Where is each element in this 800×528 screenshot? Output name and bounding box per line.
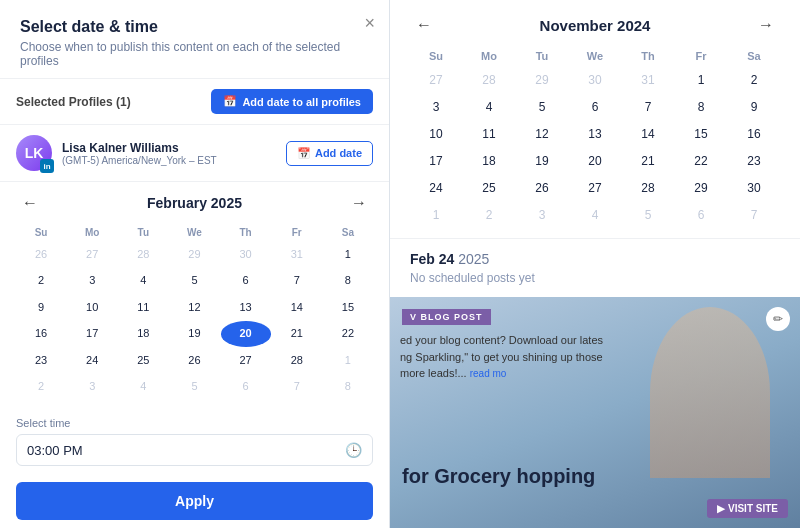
cal-day[interactable]: 1 — [323, 242, 373, 267]
nov-cal-day[interactable]: 5 — [622, 202, 674, 228]
cal-day[interactable]: 9 — [16, 295, 66, 320]
nov-cal-day[interactable]: 1 — [410, 202, 462, 228]
nov-cal-day[interactable]: 30 — [728, 175, 780, 201]
cal-day[interactable]: 8 — [323, 374, 373, 399]
clock-icon: 🕒 — [345, 442, 362, 458]
cal-day[interactable]: 19 — [169, 321, 219, 346]
cal-day[interactable]: 1 — [323, 348, 373, 373]
cal-day[interactable]: 29 — [169, 242, 219, 267]
cal-day[interactable]: 31 — [272, 242, 322, 267]
nov-cal-day[interactable]: 28 — [622, 175, 674, 201]
cal-day[interactable]: 5 — [169, 268, 219, 293]
edit-icon[interactable]: ✏ — [766, 307, 790, 331]
add-date-all-button[interactable]: 📅 Add date to all profiles — [211, 89, 373, 114]
cal-day[interactable]: 3 — [67, 374, 117, 399]
cal-day[interactable]: 6 — [221, 268, 271, 293]
prev-month-button[interactable]: ← — [16, 192, 44, 214]
cal-day[interactable]: 7 — [272, 374, 322, 399]
nov-cal-day[interactable]: 30 — [569, 67, 621, 93]
cal-day[interactable]: 15 — [323, 295, 373, 320]
cal-day[interactable]: 18 — [118, 321, 168, 346]
nov-cal-day[interactable]: 28 — [463, 67, 515, 93]
nov-cal-day[interactable]: 23 — [728, 148, 780, 174]
nov-cal-day[interactable]: 25 — [463, 175, 515, 201]
cal-day[interactable]: 11 — [118, 295, 168, 320]
next-month-button[interactable]: → — [345, 192, 373, 214]
cal-day[interactable]: 14 — [272, 295, 322, 320]
cal-day[interactable]: 23 — [16, 348, 66, 373]
nov-cal-day[interactable]: 14 — [622, 121, 674, 147]
nov-cal-day[interactable]: 6 — [675, 202, 727, 228]
nov-cal-day[interactable]: 11 — [463, 121, 515, 147]
cal-day[interactable]: 22 — [323, 321, 373, 346]
nov-cal-day[interactable]: 22 — [675, 148, 727, 174]
cal-day[interactable]: 12 — [169, 295, 219, 320]
nov-cal-day[interactable]: 29 — [516, 67, 568, 93]
cal-day-selected[interactable]: 20 — [221, 321, 271, 346]
visit-site-button[interactable]: ▶ VISIT SITE — [707, 499, 788, 518]
cal-day[interactable]: 30 — [221, 242, 271, 267]
cal-day[interactable]: 4 — [118, 268, 168, 293]
calendar-section: ← February 2025 → Su Mo Tu We Th Fr Sa 2… — [0, 182, 389, 409]
cal-day[interactable]: 5 — [169, 374, 219, 399]
cal-day[interactable]: 26 — [169, 348, 219, 373]
nov-cal-day[interactable]: 9 — [728, 94, 780, 120]
nov-cal-day[interactable]: 29 — [675, 175, 727, 201]
nov-prev-month-button[interactable]: ← — [410, 14, 438, 36]
nov-cal-day[interactable]: 21 — [622, 148, 674, 174]
nov-cal-day[interactable]: 10 — [410, 121, 462, 147]
nov-cal-day[interactable]: 3 — [410, 94, 462, 120]
nov-cal-day[interactable]: 27 — [569, 175, 621, 201]
nov-cal-day[interactable]: 18 — [463, 148, 515, 174]
nov-cal-day[interactable]: 24 — [410, 175, 462, 201]
cal-day[interactable]: 7 — [272, 268, 322, 293]
nov-cal-day[interactable]: 2 — [463, 202, 515, 228]
nov-cal-day[interactable]: 12 — [516, 121, 568, 147]
cal-day[interactable]: 2 — [16, 268, 66, 293]
nov-cal-day[interactable]: 13 — [569, 121, 621, 147]
nov-cal-day[interactable]: 16 — [728, 121, 780, 147]
profiles-label: Selected Profiles (1) — [16, 95, 131, 109]
cal-day[interactable]: 24 — [67, 348, 117, 373]
add-date-button[interactable]: 📅 Add date — [286, 141, 373, 166]
cal-day[interactable]: 10 — [67, 295, 117, 320]
nov-cal-day[interactable]: 3 — [516, 202, 568, 228]
cal-day[interactable]: 8 — [323, 268, 373, 293]
cal-day[interactable]: 26 — [16, 242, 66, 267]
nov-cal-day[interactable]: 2 — [728, 67, 780, 93]
cal-day[interactable]: 4 — [118, 374, 168, 399]
nov-cal-day[interactable]: 4 — [463, 94, 515, 120]
nov-cal-day[interactable]: 17 — [410, 148, 462, 174]
nov-cal-day[interactable]: 8 — [675, 94, 727, 120]
nov-cal-day[interactable]: 31 — [622, 67, 674, 93]
cal-day[interactable]: 28 — [272, 348, 322, 373]
cal-day[interactable]: 25 — [118, 348, 168, 373]
cal-day[interactable]: 21 — [272, 321, 322, 346]
cal-day[interactable]: 13 — [221, 295, 271, 320]
time-input[interactable]: 03:00 PM 🕒 — [16, 434, 373, 466]
nov-cal-day[interactable]: 6 — [569, 94, 621, 120]
nov-cal-day[interactable]: 19 — [516, 148, 568, 174]
nov-cal-day[interactable]: 1 — [675, 67, 727, 93]
calendar-small-icon: 📅 — [297, 147, 311, 160]
nov-next-month-button[interactable]: → — [752, 14, 780, 36]
cal-day[interactable]: 6 — [221, 374, 271, 399]
apply-button[interactable]: Apply — [16, 482, 373, 520]
cal-day[interactable]: 28 — [118, 242, 168, 267]
nov-cal-day[interactable]: 20 — [569, 148, 621, 174]
cal-day[interactable]: 17 — [67, 321, 117, 346]
nov-cal-day[interactable]: 27 — [410, 67, 462, 93]
cal-day[interactable]: 27 — [67, 242, 117, 267]
nov-cal-day[interactable]: 5 — [516, 94, 568, 120]
cal-day[interactable]: 16 — [16, 321, 66, 346]
nov-cal-day[interactable]: 7 — [622, 94, 674, 120]
cal-day[interactable]: 2 — [16, 374, 66, 399]
nov-day-header: We — [569, 46, 621, 66]
cal-day[interactable]: 3 — [67, 268, 117, 293]
cal-day[interactable]: 27 — [221, 348, 271, 373]
nov-cal-day[interactable]: 4 — [569, 202, 621, 228]
close-button[interactable]: × — [364, 14, 375, 32]
nov-cal-day[interactable]: 15 — [675, 121, 727, 147]
nov-cal-day[interactable]: 26 — [516, 175, 568, 201]
nov-cal-day[interactable]: 7 — [728, 202, 780, 228]
